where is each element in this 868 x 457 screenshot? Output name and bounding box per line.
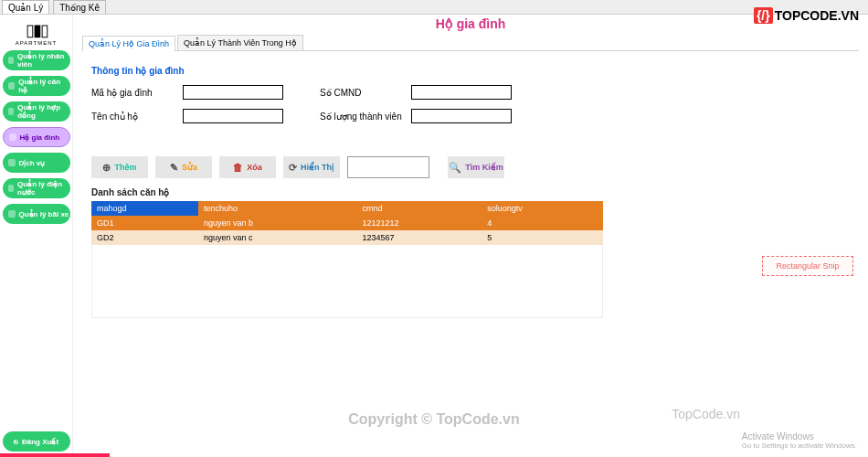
delete-label: Xóa bbox=[247, 163, 262, 172]
search-button[interactable]: 🔍Tìm Kiếm bbox=[448, 156, 504, 178]
logout-icon: ⎋ bbox=[14, 438, 18, 446]
activate-line1: Activate Windows bbox=[742, 431, 857, 441]
logout-label: Đăng Xuất bbox=[22, 438, 58, 446]
col-soluongtv[interactable]: soluongtv bbox=[482, 201, 603, 216]
car-icon bbox=[8, 210, 16, 218]
sidebar-item-label: Quản lý căn hộ bbox=[18, 78, 69, 94]
toolbar: ⊕Thêm ✎Sửa 🗑Xóa ⟳Hiển Thị 🔍Tìm Kiếm bbox=[91, 156, 859, 178]
search-icon: 🔍 bbox=[449, 162, 461, 174]
sidebar-item-label: Dịch vụ bbox=[19, 159, 46, 167]
cell: nguyen van b bbox=[198, 216, 357, 230]
add-button[interactable]: ⊕Thêm bbox=[91, 156, 148, 178]
subtab-quanly-thanhvien[interactable]: Quản Lý Thành Viên Trong Hộ bbox=[177, 35, 303, 50]
household-table[interactable]: mahogd tenchuho cmnd soluongtv GD1 nguye… bbox=[91, 201, 603, 245]
show-button[interactable]: ⟳Hiển Thị bbox=[283, 156, 340, 178]
sidebar-item-baixe[interactable]: Quản lý bãi xe bbox=[3, 204, 70, 224]
col-cmnd[interactable]: cmnd bbox=[357, 201, 482, 216]
label-mahogd: Mã hộ gia đình bbox=[91, 88, 174, 98]
input-tenchuho[interactable] bbox=[183, 109, 283, 123]
label-soluong: Số lượng thành viên bbox=[320, 112, 402, 122]
add-label: Thêm bbox=[114, 163, 136, 172]
main-panel: Hộ gia đình Quản Lý Hộ Gia Đình Quản Lý … bbox=[73, 15, 868, 457]
cell: 1234567 bbox=[357, 230, 482, 245]
sidebar-item-label: Hộ gia đình bbox=[20, 133, 60, 142]
sidebar-item-hogiadinh[interactable]: Hộ gia đình bbox=[3, 127, 70, 147]
sidebar-item-label: Quản lý nhân viên bbox=[17, 52, 69, 69]
label-tenchuho: Tên chủ hộ bbox=[91, 112, 174, 122]
cell: GD1 bbox=[91, 216, 198, 230]
building-icon: ▯▮▯ bbox=[26, 20, 48, 40]
sidebar-item-label: Quản lý hợp đồng bbox=[17, 103, 69, 120]
page-title: Hộ gia đình bbox=[82, 16, 859, 35]
sidebar-item-label: Quản lý điện nước bbox=[17, 180, 69, 197]
col-tenchuho[interactable]: tenchuho bbox=[198, 201, 357, 216]
show-label: Hiển Thị bbox=[301, 163, 334, 172]
delete-button[interactable]: 🗑Xóa bbox=[219, 156, 276, 178]
brand-text: TOPCODE.VN bbox=[775, 8, 859, 23]
menu-tab-thongke[interactable]: Thống Kê bbox=[53, 0, 106, 14]
edit-button[interactable]: ✎Sửa bbox=[155, 156, 212, 178]
activate-line2: Go to Settings to activate Windows. bbox=[742, 441, 857, 450]
table-row[interactable]: GD1 nguyen van b 12121212 4 bbox=[91, 216, 603, 230]
table-caption: Danh sách căn hộ bbox=[91, 187, 859, 197]
sidebar-item-nhanvien[interactable]: Quản lý nhân viên bbox=[3, 50, 70, 70]
search-label: Tìm Kiếm bbox=[465, 163, 503, 172]
sidebar: ▯▮▯ APARTMENT Quản lý nhân viên Quản lý … bbox=[0, 15, 73, 457]
logo-text: APARTMENT bbox=[16, 40, 57, 46]
refresh-icon: ⟳ bbox=[289, 162, 297, 174]
sidebar-item-hopdong[interactable]: Quản lý hợp đồng bbox=[3, 101, 70, 122]
subtab-bar: Quản Lý Hộ Gia Đình Quản Lý Thành Viên T… bbox=[82, 35, 859, 51]
bolt-icon bbox=[8, 185, 15, 192]
service-icon bbox=[8, 159, 16, 166]
home-icon bbox=[8, 82, 16, 90]
sidebar-item-diennuoc[interactable]: Quản lý điện nước bbox=[3, 178, 70, 198]
sidebar-item-label: Quản lý bãi xe bbox=[19, 210, 69, 218]
cell: 12121212 bbox=[357, 216, 482, 230]
menu-tab-quanly[interactable]: Quản Lý bbox=[2, 0, 49, 14]
subtab-quanly-hogiadinh[interactable]: Quản Lý Hộ Gia Đình bbox=[82, 36, 175, 51]
watermark-center: Copyright © TopCode.vn bbox=[348, 411, 519, 428]
col-mahogd[interactable]: mahogd bbox=[91, 201, 198, 216]
input-cmnd[interactable] bbox=[411, 85, 512, 100]
document-icon bbox=[8, 108, 15, 115]
cell: GD2 bbox=[91, 230, 198, 245]
plus-icon: ⊕ bbox=[102, 162, 111, 174]
input-soluong[interactable] bbox=[411, 109, 512, 123]
trash-icon: 🗑 bbox=[233, 162, 243, 173]
video-progress-bar[interactable] bbox=[0, 453, 110, 457]
activate-windows-watermark: Activate Windows Go to Settings to activ… bbox=[742, 431, 857, 450]
sidebar-item-canho[interactable]: Quản lý căn hộ bbox=[3, 76, 70, 96]
table-row[interactable]: GD2 nguyen van c 1234567 5 bbox=[91, 230, 603, 245]
input-mahogd[interactable] bbox=[183, 85, 283, 100]
form-household-info: Thông tin hộ gia đình Mã hộ gia đình Số … bbox=[82, 60, 859, 145]
label-cmnd: Số CMND bbox=[320, 88, 402, 98]
logo: ▯▮▯ APARTMENT bbox=[9, 18, 64, 48]
edit-label: Sửa bbox=[182, 163, 197, 172]
table-section: Danh sách căn hộ mahogd tenchuho cmnd so… bbox=[91, 187, 859, 318]
rectangular-snip-overlay: Rectangular Snip bbox=[762, 256, 853, 276]
pencil-icon: ✎ bbox=[170, 162, 178, 174]
search-input[interactable] bbox=[347, 156, 429, 178]
cell: 5 bbox=[482, 230, 603, 245]
table-empty-space bbox=[91, 245, 603, 318]
cell: nguyen van c bbox=[198, 230, 357, 245]
table-header-row: mahogd tenchuho cmnd soluongtv bbox=[91, 201, 603, 216]
cell: 4 bbox=[482, 216, 603, 230]
form-legend: Thông tin hộ gia đình bbox=[91, 66, 850, 76]
user-icon bbox=[8, 57, 15, 64]
brace-icon: {/} bbox=[754, 7, 773, 24]
family-icon bbox=[9, 133, 16, 141]
watermark-right: TopCode.vn bbox=[672, 407, 740, 421]
logout-button[interactable]: ⎋Đăng Xuất bbox=[3, 431, 70, 452]
topcode-logo: {/} TOPCODE.VN bbox=[754, 7, 859, 24]
sidebar-item-dichvu[interactable]: Dịch vụ bbox=[3, 153, 70, 173]
menu-bar: Quản Lý Thống Kê bbox=[0, 0, 868, 15]
